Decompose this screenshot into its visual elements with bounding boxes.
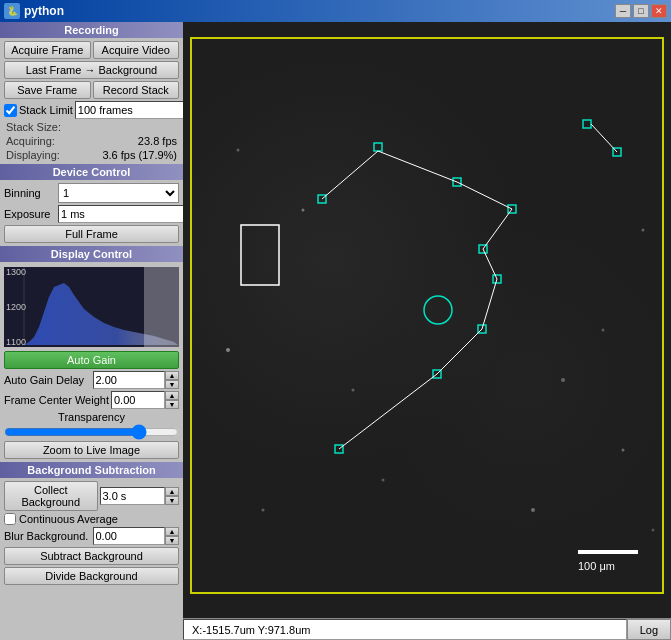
record-stack-button[interactable]: Record Stack	[93, 81, 180, 99]
svg-rect-1	[144, 267, 179, 347]
recording-header: Recording	[0, 22, 183, 38]
image-viewport[interactable]: 100 μm	[183, 22, 671, 618]
acquire-video-button[interactable]: Acquire Video	[93, 41, 180, 59]
collect-bg-time-down[interactable]: ▼	[165, 496, 179, 505]
stack-limit-label: Stack Limit	[19, 104, 73, 116]
hist-label-1100: 1100	[6, 337, 26, 347]
collect-bg-time-input[interactable]	[100, 487, 166, 505]
transparency-label: Transparency	[58, 411, 125, 423]
maximize-button[interactable]: □	[633, 4, 649, 18]
display-control-section: 1300 1200 1100	[0, 262, 183, 462]
blur-bg-down[interactable]: ▼	[165, 536, 179, 545]
acquiring-value: 23.8 fps	[138, 135, 177, 147]
recording-section: Acquire Frame Acquire Video Last Frame →…	[0, 38, 183, 164]
bg-subtraction-section: Collect Background ▲ ▼ Continuous Averag…	[0, 478, 183, 588]
zoom-live-button[interactable]: Zoom to Live Image	[4, 441, 179, 459]
window-title: python	[24, 4, 64, 18]
stack-limit-checkbox[interactable]	[4, 104, 17, 117]
hist-label-1200: 1200	[6, 302, 26, 312]
main-layout: Recording Acquire Frame Acquire Video La…	[0, 22, 671, 640]
hist-label-1300: 1300	[6, 267, 26, 277]
blur-bg-label: Blur Background.	[4, 530, 91, 542]
binning-label: Binning	[4, 187, 56, 199]
stack-limit-input[interactable]	[75, 101, 183, 119]
frame-center-weight-down[interactable]: ▼	[165, 400, 179, 409]
auto-gain-delay-input[interactable]	[93, 371, 166, 389]
binning-select[interactable]: 1 2 4	[58, 183, 179, 203]
histogram-svg	[4, 267, 179, 347]
status-bar: X:-1515.7um Y:971.8um Log	[183, 618, 671, 640]
displaying-value: 3.6 fps (17.9%)	[102, 149, 177, 161]
acquiring-label: Acquiring:	[6, 135, 55, 147]
continuous-average-label: Continuous Average	[19, 513, 118, 525]
blur-bg-up[interactable]: ▲	[165, 527, 179, 536]
microscope-background	[183, 22, 671, 618]
save-frame-button[interactable]: Save Frame	[4, 81, 91, 99]
last-frame-bg-button[interactable]: Last Frame → Background	[4, 61, 179, 79]
auto-gain-delay-up[interactable]: ▲	[165, 371, 179, 380]
frame-center-weight-label: Frame Center Weight	[4, 394, 109, 406]
bg-subtraction-header: Background Subtraction	[0, 462, 183, 478]
log-button[interactable]: Log	[627, 619, 671, 640]
app-icon: 🐍	[4, 3, 20, 19]
histogram: 1300 1200 1100	[4, 267, 179, 347]
close-button[interactable]: ✕	[651, 4, 667, 18]
left-panel: Recording Acquire Frame Acquire Video La…	[0, 22, 183, 640]
acquire-frame-button[interactable]: Acquire Frame	[4, 41, 91, 59]
auto-gain-delay-down[interactable]: ▼	[165, 380, 179, 389]
device-control-header: Device Control	[0, 164, 183, 180]
divide-bg-button[interactable]: Divide Background	[4, 567, 179, 585]
exposure-label: Exposure	[4, 208, 56, 220]
frame-center-weight-up[interactable]: ▲	[165, 391, 179, 400]
coordinates-display: X:-1515.7um Y:971.8um	[183, 619, 627, 640]
continuous-average-checkbox[interactable]	[4, 513, 16, 525]
auto-gain-button[interactable]: Auto Gain	[4, 351, 179, 369]
blur-bg-input[interactable]	[93, 527, 166, 545]
subtract-bg-button[interactable]: Subtract Background	[4, 547, 179, 565]
exposure-input[interactable]	[58, 205, 183, 223]
title-bar: 🐍 python ─ □ ✕	[0, 0, 671, 22]
displaying-label: Displaying:	[6, 149, 60, 161]
hist-labels: 1300 1200 1100	[6, 267, 26, 347]
window-controls: ─ □ ✕	[615, 4, 667, 18]
minimize-button[interactable]: ─	[615, 4, 631, 18]
image-area[interactable]: 100 μm X:-1515.7um Y:971.8um Log	[183, 22, 671, 640]
collect-bg-time-up[interactable]: ▲	[165, 487, 179, 496]
frame-center-weight-input[interactable]	[111, 391, 165, 409]
auto-gain-delay-label: Auto Gain Delay	[4, 374, 91, 386]
collect-bg-button[interactable]: Collect Background	[4, 481, 98, 511]
stack-size-label: Stack Size:	[6, 121, 61, 133]
display-control-header: Display Control	[0, 246, 183, 262]
device-control-section: Binning 1 2 4 Exposure ▲ ▼ Full Frame	[0, 180, 183, 246]
full-frame-button[interactable]: Full Frame	[4, 225, 179, 243]
transparency-slider[interactable]	[4, 425, 179, 439]
